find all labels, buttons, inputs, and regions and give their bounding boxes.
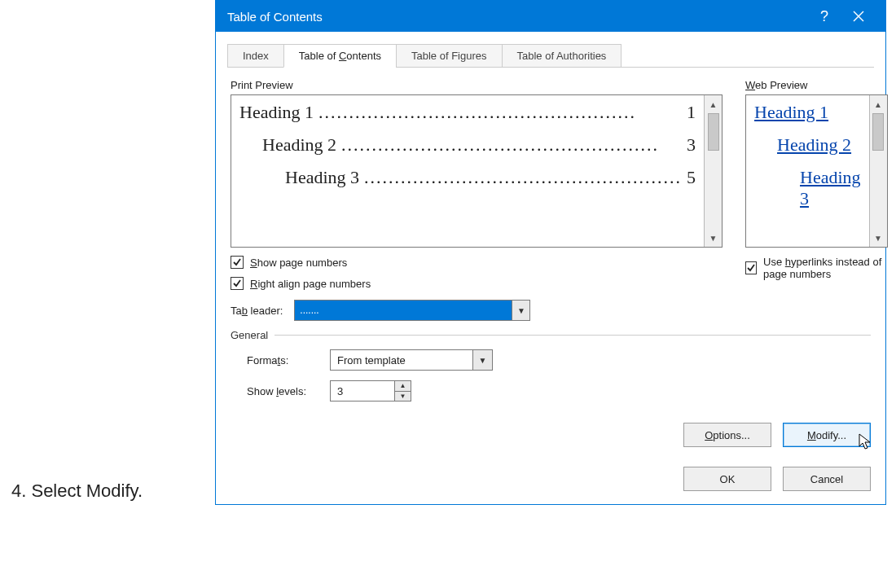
close-button[interactable]: [841, 11, 876, 22]
instruction-step: 4. Select Modify.: [11, 480, 143, 502]
tab-table-of-authorities[interactable]: Table of Authorities: [502, 44, 622, 68]
options-modify-row: Options... Modify...: [216, 418, 885, 457]
cancel-button[interactable]: Cancel: [783, 467, 871, 491]
web-preview-label: Web Preview: [745, 79, 888, 91]
use-hyperlinks-row[interactable]: Use hyperlinks instead of page numbers: [745, 256, 888, 280]
print-column: Print Preview Heading 1 ................…: [231, 79, 734, 321]
use-hyperlinks-checkbox[interactable]: [745, 261, 757, 274]
print-preview-body: Heading 1 ..............................…: [231, 95, 704, 247]
group-divider: [275, 335, 871, 336]
scroll-down-icon[interactable]: ▼: [706, 230, 720, 245]
tab-label-post: ontents: [346, 50, 381, 62]
general-group-label: General: [231, 329, 268, 341]
print-preview-box: Heading 1 ..............................…: [231, 94, 723, 248]
print-row-page: 1: [687, 102, 696, 123]
ok-cancel-row: OK Cancel: [216, 457, 885, 504]
general-section: General Formats: From template ▼ Show le…: [216, 324, 885, 418]
close-icon: [853, 11, 864, 22]
tab-leader-combo[interactable]: ....... ▼: [294, 300, 530, 321]
scroll-down-icon[interactable]: ▼: [872, 230, 885, 245]
spin-up-icon[interactable]: ▲: [395, 381, 411, 391]
use-hyperlinks-label: Use hyperlinks instead of page numbers: [763, 256, 888, 280]
options-button[interactable]: Options...: [683, 423, 771, 447]
formats-label: Formats:: [247, 354, 315, 366]
ok-button[interactable]: OK: [683, 467, 771, 491]
chevron-down-icon[interactable]: ▼: [512, 301, 529, 320]
scroll-up-icon[interactable]: ▲: [706, 97, 720, 112]
print-row-page: 3: [687, 134, 696, 156]
tab-leader-label: Tab leader:: [231, 305, 283, 317]
leader-dots: ........................................…: [341, 134, 682, 156]
web-preview-body: Heading 1 Heading 2 Heading 3: [746, 95, 869, 247]
web-scrollbar[interactable]: ▲ ▼: [869, 95, 887, 247]
modify-button[interactable]: Modify...: [783, 423, 871, 447]
show-page-numbers-row[interactable]: Show page numbers: [231, 256, 723, 269]
web-link[interactable]: Heading 2: [777, 134, 851, 155]
preview-columns: Print Preview Heading 1 ................…: [216, 68, 885, 324]
help-button[interactable]: ?: [807, 8, 841, 25]
show-levels-value: 3: [331, 381, 394, 401]
dialog-title: Table of Contents: [227, 10, 807, 24]
scroll-up-icon[interactable]: ▲: [872, 97, 885, 112]
right-align-row[interactable]: Right align page numbers: [231, 277, 723, 290]
tab-label-pre: Table of: [299, 50, 339, 62]
check-icon: [746, 263, 756, 273]
spin-down-icon[interactable]: ▼: [395, 391, 411, 402]
print-row-page: 5: [687, 167, 696, 188]
leader-dots: ........................................…: [318, 102, 682, 123]
formats-combo[interactable]: From template ▼: [330, 349, 493, 371]
show-levels-label: Show levels:: [247, 385, 315, 397]
titlebar: Table of Contents ?: [216, 1, 885, 32]
print-row-3: Heading 3 ..............................…: [285, 167, 696, 188]
tab-index[interactable]: Index: [227, 44, 284, 68]
tab-table-of-contents[interactable]: Table of Contents: [283, 44, 397, 68]
web-link[interactable]: Heading 1: [754, 102, 828, 122]
print-row-2: Heading 2 ..............................…: [262, 134, 696, 156]
tab-strip: Index Table of Contents Table of Figures…: [227, 43, 874, 68]
tab-leader-row: Tab leader: ....... ▼: [231, 300, 723, 321]
web-preview-box: Heading 1 Heading 2 Heading 3 ▲ ▼: [745, 94, 888, 248]
print-row-1: Heading 1 ..............................…: [239, 102, 696, 123]
show-page-numbers-label: Show page numbers: [250, 257, 347, 269]
show-levels-spinner[interactable]: 3 ▲ ▼: [330, 380, 411, 402]
right-align-label: Right align page numbers: [250, 278, 371, 290]
print-scrollbar[interactable]: ▲ ▼: [704, 95, 722, 247]
print-preview-label: Print Preview: [231, 79, 723, 91]
tab-label-key: C: [339, 50, 346, 62]
web-row-2: Heading 2: [777, 134, 861, 156]
check-icon: [232, 279, 242, 288]
web-row-1: Heading 1: [754, 102, 861, 123]
tab-leader-value: .......: [295, 301, 512, 320]
print-row-title: Heading 3: [285, 167, 359, 188]
right-align-checkbox[interactable]: [231, 277, 244, 290]
web-column: Web Preview Heading 1 Heading 2 Heading …: [734, 79, 888, 321]
chevron-down-icon[interactable]: ▼: [472, 350, 492, 370]
toc-dialog: Table of Contents ? Index Table of Conte…: [215, 0, 886, 505]
cursor-icon: [859, 433, 873, 451]
leader-dots: ........................................…: [364, 167, 682, 188]
web-link[interactable]: Heading 3: [800, 167, 861, 208]
web-row-3: Heading 3: [800, 167, 861, 209]
print-row-title: Heading 1: [239, 102, 314, 123]
check-icon: [232, 257, 242, 267]
formats-value: From template: [331, 354, 472, 366]
scroll-thumb[interactable]: [872, 113, 884, 151]
print-row-title: Heading 2: [262, 134, 336, 156]
scroll-thumb[interactable]: [708, 113, 719, 151]
show-page-numbers-checkbox[interactable]: [231, 256, 244, 269]
tab-table-of-figures[interactable]: Table of Figures: [396, 44, 503, 68]
